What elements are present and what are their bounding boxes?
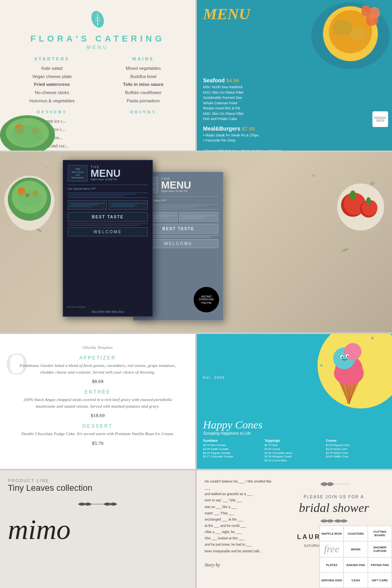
dark-open-label: Open Hour 10 AM Till	[91, 178, 121, 181]
svg-point-47	[341, 356, 343, 358]
appetizer-desc: Farmhouse Garden Salad a blend of fresh …	[9, 362, 186, 375]
starter-item: Fried watercress	[8, 80, 96, 89]
dessert-price: $5.70	[9, 440, 186, 446]
svg-point-15	[46, 167, 48, 169]
svg-point-8	[12, 125, 43, 145]
sundaes-heading: Sundaes	[203, 439, 263, 443]
svg-point-12	[333, 20, 352, 36]
entree-price: $18.69	[9, 412, 186, 419]
svg-text:●: ●	[372, 337, 374, 341]
svg-point-34	[350, 191, 356, 200]
dark-menu-left: 145Main StreetandWashington THE MENU Ope…	[63, 160, 153, 317]
svg-point-48	[347, 356, 348, 357]
seafood-heading: Seafood	[203, 77, 225, 83]
welcome-left: WELCOME	[70, 230, 145, 234]
registry-cell: CASH	[344, 573, 367, 588]
starters-heading: STARTERS	[8, 56, 96, 61]
starter-item: Kale salad	[8, 64, 96, 73]
starter-item: Vegan cheese plate	[8, 73, 96, 81]
leaf-decoration	[8, 9, 187, 31]
registry-cell: SHOWER CURTAIN	[368, 541, 392, 557]
happy-cones-card: ✦ ● Est. 2000 Happy Cones Scooping Happi…	[197, 334, 392, 469]
toppings-heading: Toppings	[265, 439, 325, 443]
toppings-list: $2.75 Nuts$4.99 Candy$4.50 Chocolate sau…	[265, 443, 325, 463]
registry-cell: FRYING PAN	[368, 557, 392, 572]
delivery-label: DELIVERY 098 3654 2014	[63, 310, 152, 313]
best-taste-left: BEST TASTE	[71, 215, 145, 219]
drinks-heading: DRINKS	[99, 109, 187, 114]
google-docs-badge: GOOGLEDOCS	[372, 111, 388, 127]
mains-heading: MAINS	[99, 56, 187, 61]
main-item: Buffalo cauliflower	[99, 89, 187, 97]
svg-point-52	[320, 364, 323, 367]
svg-point-21	[341, 248, 349, 252]
registry-cell: CUTTING BOARD	[368, 526, 392, 541]
white-restaurant-card: Olivella Template O APPETIZER Farmhouse …	[0, 334, 195, 469]
sundaes-list: $4.75 Mini Sundae$4.99 Kiddie Sundae$6.2…	[203, 443, 263, 459]
registry-cell: GIFT CARD	[368, 573, 392, 588]
svg-point-44	[344, 343, 361, 360]
burgers-price: $7.99	[242, 126, 255, 132]
floras-catering-card: FLORA'S CATERING MENU STARTERS Kale sala…	[0, 0, 195, 151]
tiny-leaves-card: PRODUCT LINE Tiny Leaves collection mimo	[0, 470, 195, 588]
registry-cell: SERVING DISH	[320, 573, 343, 588]
entree-desc: 100% black Angus chopped steak covered i…	[9, 396, 186, 409]
main-item: Pasta pomadoro	[99, 97, 187, 105]
svg-point-35	[366, 197, 371, 205]
starter-item: No-cheese sticks	[8, 89, 96, 97]
dessert-heading-white: DESSERT	[9, 423, 186, 429]
restaurant-logo: Olivella Template	[82, 345, 113, 350]
registry-cell: WHISK	[344, 541, 367, 557]
floras-title: FLORA'S CATERING	[8, 34, 187, 44]
svg-text:✦: ✦	[323, 344, 327, 348]
center-row: 145Main StreetandWashington THE MENU Ope…	[0, 152, 392, 332]
main-item: Buddha bowl	[99, 73, 187, 81]
happy-tagline: Scooping Happiness to Life	[203, 431, 386, 436]
tiny-leaves-pretitle: PRODUCT LINE	[8, 478, 187, 483]
cones-heading: Cones	[326, 439, 386, 443]
dark-menu-label: MENU	[91, 169, 121, 178]
instant-download-label: INSTANT DOWNLOAD	[194, 295, 219, 301]
main-item: Tofu in miso sauce	[99, 80, 187, 89]
please-join-text: PLEASE JOIN US FOR A	[284, 495, 384, 499]
entree-heading: ENTRÉE	[9, 389, 186, 395]
registry-cell: COASTERS	[344, 526, 367, 541]
svg-point-28	[18, 191, 41, 207]
svg-point-17	[312, 174, 315, 177]
bridal-shower-card: He couldn't believe his ___ I She smelle…	[197, 470, 392, 588]
teal-menu-card: MENU Seafood $4.99 MSC N	[197, 0, 392, 151]
story-text: He couldn't believe his ___ I She smelle…	[205, 478, 276, 570]
ice-cream-illustration: ✦ ●	[314, 334, 384, 405]
seafood-items: MSC North Sea Haddock MSC Skin On Plaice…	[203, 85, 386, 122]
starters-list: Kale salad Vegan cheese plate Fried wate…	[8, 64, 96, 105]
registry-cell: WAFFLE IRON	[320, 526, 343, 541]
leaves-deco	[8, 499, 187, 511]
dark-menu-right-title: MENU	[161, 181, 191, 190]
svg-point-13	[350, 28, 366, 40]
appetizer-heading: APPETIZER	[9, 355, 186, 361]
registry-free-cell: free	[320, 541, 343, 557]
appetizer-price: $8.69	[9, 378, 186, 385]
instant-download-badge: INSTANT DOWNLOAD PSD File	[194, 287, 219, 312]
registry-cell: PLATES	[320, 557, 343, 572]
tiny-leaves-title: Tiny Leaves collection	[8, 483, 187, 493]
floras-subtitle: MENU	[8, 45, 187, 50]
happy-cones-title: Happy Cones	[203, 419, 386, 431]
dessert-desc: Double Chocolate Fudge Cake. It's served…	[9, 430, 186, 437]
event-type: bridal shower	[284, 501, 384, 514]
burgers-items: • Mojito Steak Po Steak Po & Chips • Fav…	[203, 133, 386, 151]
main-item: Mixed vegetables	[99, 64, 187, 73]
cones-list: $4.50 Dipped Cone$4.25 Nutty Cone$3.75 A…	[326, 443, 386, 459]
mimo-text: mimo	[8, 515, 187, 544]
registry-cell: BAKING PAN	[344, 557, 367, 572]
dark-open-right: Open Hour 10 AM Till	[161, 190, 191, 192]
burgers-heading: Meal&Burgers	[203, 125, 240, 132]
starter-item: Hummus & vegetables	[8, 97, 96, 105]
psd-file-label: PSD File	[201, 301, 212, 304]
mains-list: Mixed vegetables Buddha bowl Tofu in mis…	[99, 64, 187, 105]
seafood-price: $4.99	[226, 78, 239, 83]
registry-card: WAFFLE IRON COASTERS CUTTING BOARD free …	[319, 526, 392, 588]
svg-point-51	[374, 356, 378, 359]
